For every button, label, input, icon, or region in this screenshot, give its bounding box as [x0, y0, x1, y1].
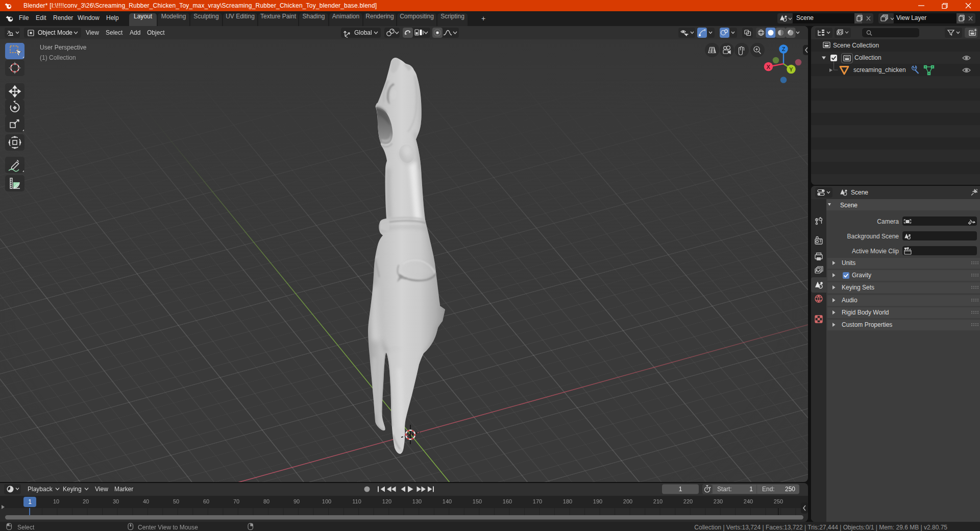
svg-text:X: X — [767, 64, 771, 70]
svg-text:Y: Y — [789, 66, 793, 73]
svg-text:Z: Z — [782, 46, 786, 52]
